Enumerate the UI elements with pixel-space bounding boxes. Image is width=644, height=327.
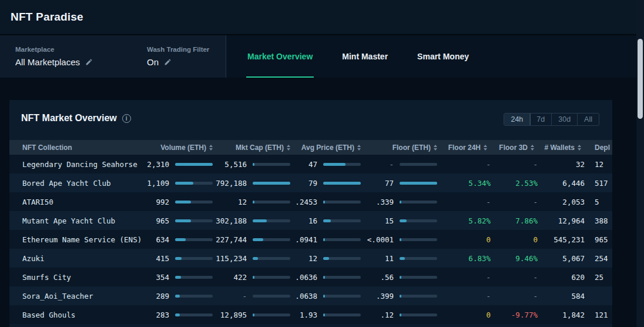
depl-cell: 965 — [588, 230, 612, 249]
wash-trading-filter-value[interactable]: On — [147, 57, 209, 67]
value-bar — [175, 238, 213, 241]
sort-icon — [434, 145, 437, 151]
collection-name: Bored Ape Yacht Club — [9, 173, 147, 192]
value-bar — [253, 238, 290, 241]
sort-icon — [209, 145, 213, 151]
volume-cell: 2,310 — [147, 155, 220, 173]
value-bar — [323, 313, 361, 316]
table-row[interactable]: Legendary Dancing Seahorse2,3105,51647--… — [9, 155, 612, 173]
column-header-floor-eth[interactable]: Floor (ETH) — [368, 140, 444, 155]
column-header-volume-eth[interactable]: Volume (ETH) — [147, 140, 220, 155]
column-header-depl[interactable]: Depl — [588, 140, 612, 155]
tab-mint-master[interactable]: Mint Master — [341, 35, 389, 78]
wash-trading-filter-label: Wash Trading Filter — [147, 46, 209, 53]
floor-24h-cell: - — [444, 155, 494, 173]
table-row[interactable]: Ethereum Name Service (ENS)634227,744.09… — [9, 230, 612, 249]
avg-price-cell: .0941 — [297, 230, 368, 249]
table-row[interactable]: Mutant Ape Yacht Club965302,18816155.82%… — [9, 211, 612, 230]
value-bar — [400, 219, 437, 222]
floor-3d-cell: 0 — [494, 230, 541, 249]
column-header-nft-collection: NFT Collection — [9, 140, 147, 155]
edit-icon[interactable] — [164, 58, 172, 66]
wallets-cell: 2,053 — [541, 192, 588, 211]
table-row[interactable]: Based Ghouls28312,8951.93.120-9.77%1,842… — [9, 305, 612, 324]
avg-price-cell: 1.93 — [297, 305, 368, 324]
column-header-wallets[interactable]: # Wallets — [541, 140, 588, 155]
table-row[interactable]: Azuki415115,23412116.83%9.46%5,067254 — [9, 249, 612, 268]
value-bar — [323, 257, 361, 260]
floor-3d-cell: - — [494, 286, 541, 305]
collection-name: Smurfs City — [9, 268, 147, 286]
depl-cell — [588, 286, 612, 305]
value-bar — [253, 295, 290, 298]
value-bar — [253, 257, 290, 260]
info-icon[interactable] — [122, 114, 131, 123]
floor-3d-cell: 7.86% — [494, 211, 541, 230]
depl-cell: 388 — [588, 211, 612, 230]
avg-price-cell: .0638 — [297, 286, 368, 305]
column-header-mkt-cap-eth[interactable]: Mkt Cap (ETH) — [220, 140, 297, 155]
value-bar — [175, 257, 213, 260]
avg-price-cell: 79 — [297, 173, 368, 192]
scrollbar-thumb[interactable] — [638, 39, 643, 119]
value-bar — [253, 313, 290, 316]
floor-3d-cell: - — [494, 268, 541, 286]
wallets-cell: 584 — [541, 286, 588, 305]
wallets-cell: 5,067 — [541, 249, 588, 268]
table-row[interactable]: ATARI5099212.2453.339--2,0535 — [9, 192, 612, 211]
edit-icon[interactable] — [85, 58, 93, 66]
floor-cell: - — [368, 155, 444, 173]
volume-cell: 289 — [147, 286, 220, 305]
value-bar — [323, 238, 361, 241]
filter-bar: Marketplace All Marketplaces Wash Tradin… — [0, 35, 644, 78]
wallets-cell: 545,231 — [541, 230, 588, 249]
collection-name: Ethereum Name Service (ENS) — [9, 230, 147, 249]
time-range-30d[interactable]: 30d — [552, 114, 578, 125]
market-overview-panel: NFT Market Overview 24h7d30dAll NFT Coll… — [9, 100, 612, 327]
mkt-cap-cell: 115,234 — [220, 249, 297, 268]
floor-cell: .399 — [368, 286, 444, 305]
value-bar — [253, 201, 290, 203]
time-range-24h[interactable]: 24h — [504, 114, 530, 125]
volume-cell: 992 — [147, 192, 220, 211]
floor-cell: 77 — [368, 173, 444, 192]
filters-section: Marketplace All Marketplaces Wash Tradin… — [0, 35, 226, 78]
marketplace-filter-value[interactable]: All Marketplaces — [15, 57, 93, 67]
column-header-avg-price-eth[interactable]: Avg Price (ETH) — [297, 140, 368, 155]
wallets-cell: 620 — [541, 268, 588, 286]
avg-price-cell: .0636 — [297, 268, 368, 286]
wallets-cell: 6,446 — [541, 173, 588, 192]
mkt-cap-cell: 12,895 — [220, 305, 297, 324]
sort-icon — [531, 145, 534, 151]
floor-cell: 11 — [368, 249, 444, 268]
wallets-cell: 1,842 — [541, 305, 588, 324]
floor-24h-cell: 0 — [444, 305, 494, 324]
value-bar — [175, 295, 213, 298]
volume-cell: 634 — [147, 230, 220, 249]
tab-smart-money[interactable]: Smart Money — [416, 35, 470, 78]
floor-3d-cell: -9.77% — [494, 305, 541, 324]
collection-name: Based Ghouls — [9, 305, 147, 324]
table-row[interactable]: Bored Ape Yacht Club1,109792,18879775.34… — [9, 173, 612, 192]
wallets-cell: 12,964 — [541, 211, 588, 230]
panel-header: NFT Market Overview 24h7d30dAll — [9, 100, 612, 140]
column-header-floor-24h[interactable]: Floor 24H — [444, 140, 494, 155]
app-header: NFT Paradise — [0, 0, 644, 35]
floor-cell: <.0001 — [368, 230, 444, 249]
time-range-7d[interactable]: 7d — [530, 114, 552, 125]
table-row[interactable]: Sora_Aoi_Teacher289-.0638.399--584 — [9, 286, 612, 305]
mkt-cap-cell: 422 — [220, 268, 297, 286]
floor-24h-cell: - — [444, 268, 494, 286]
floor-24h-cell: 5.82% — [444, 211, 494, 230]
value-bar — [323, 201, 361, 203]
scrollbar[interactable] — [636, 0, 644, 327]
table-row[interactable]: Smurfs City354422.0636.56--62025 — [9, 268, 612, 286]
value-bar — [400, 238, 437, 241]
value-bar — [253, 163, 290, 166]
floor-3d-cell: 2.53% — [494, 173, 541, 192]
depl-cell: 5 — [588, 192, 612, 211]
time-range-all[interactable]: All — [578, 114, 599, 125]
column-header-floor-3d[interactable]: Floor 3D — [494, 140, 541, 155]
tab-market-overview[interactable]: Market Overview — [246, 35, 314, 78]
value-bar — [323, 295, 361, 298]
